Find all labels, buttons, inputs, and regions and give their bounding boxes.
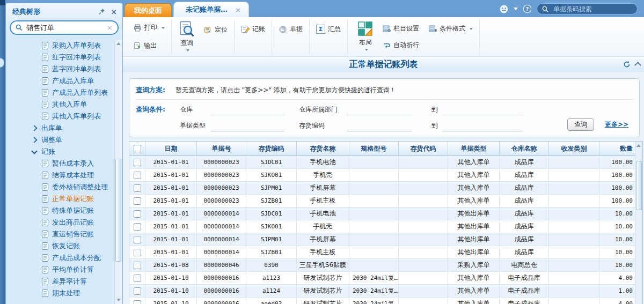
row-checkbox[interactable] [134,210,141,218]
warehouse-dept-input[interactable] [347,104,412,115]
tree-item[interactable]: 平均单价计算 [6,264,114,276]
table-row[interactable]: 2015-01-01 0000000023 SJPM01 手机屏幕 其他入库单 … [129,182,642,195]
tree-item[interactable]: 蓝字回冲单列表 [6,63,114,75]
tree-item[interactable]: 其他入库单 [6,99,114,110]
search-clear-icon[interactable]: × [107,24,113,32]
column-header-date[interactable]: 日期 [145,142,197,155]
print-button[interactable]: 打印 [132,22,166,33]
tab-my-desktop[interactable]: 我的桌面 [125,3,172,17]
row-checkbox[interactable] [134,236,141,243]
sidebar-search-box[interactable]: 销售订单 × [10,20,119,35]
query-button[interactable]: 查询 [177,20,197,52]
table-row[interactable]: 2015-01-08 0000000046 0390 三星手机S6贴膜 采购入库… [129,259,642,272]
post-button[interactable]: 记账 [239,24,267,35]
conditional-format-caret[interactable] [470,28,473,30]
summary-button[interactable]: Σ 汇总 [314,24,342,35]
select-all-checkbox[interactable] [134,145,141,152]
tree-item[interactable]: 发出商品记账 [6,217,114,228]
tree-item[interactable]: 结算成本处理 [6,169,114,181]
tree-item[interactable]: 产成品成本分配 [6,252,114,264]
tree-item[interactable]: 直运销售记账 [6,228,114,240]
tree-item[interactable]: 产成品入库单 [6,75,114,87]
query-dropdown-caret[interactable] [186,49,189,51]
tree-item[interactable]: 暂估成本录入 [6,158,114,169]
warehouse-input[interactable] [211,104,284,115]
row-checkbox[interactable] [134,172,141,179]
help-icon[interactable]: ? [523,4,532,13]
column-header-doctype[interactable]: 单据类型 [448,142,500,155]
scroll-up-arrow[interactable] [116,42,121,45]
row-checkbox[interactable] [134,262,141,269]
scrollbar-thumb[interactable] [636,161,642,210]
table-row[interactable]: 2015-01-10 0000000016 aqed03 研发试制芯片 2030… [129,298,642,304]
table-row[interactable]: 2015-01-01 0000000023 SJZB01 手机主板 其他入库单 … [129,195,642,207]
refresh-icon[interactable] [623,61,631,68]
tree-item[interactable]: 期末处理 [6,287,114,299]
column-header-category[interactable]: 收发类别 [549,142,599,155]
column-header-warehouse[interactable]: 仓库名称 [500,142,549,155]
table-row[interactable]: 2015-01-01 0000000014 SJKO01 手机壳 其他出库单 成… [129,220,642,233]
table-row[interactable]: 2015-01-01 0000000014 SJZB01 手机主板 其他出库单 … [129,246,642,259]
row-checkbox[interactable] [134,275,141,282]
row-checkbox[interactable] [134,184,141,192]
row-checkbox[interactable] [134,197,141,205]
table-row[interactable]: 2015-01-10 0000000016 a1124 研发试制芯片 2030 … [129,285,642,298]
barcode-search-box[interactable] [537,3,638,14]
column-header-invname[interactable]: 存货名称 [297,142,349,155]
column-settings-button[interactable]: 栏目设置 [381,23,421,34]
tree-item[interactable]: 调整单 [6,134,114,146]
layout-button[interactable]: 布局 [355,20,376,51]
tree-item[interactable]: 记账 [6,146,114,158]
tab-unposted-documents[interactable]: 未记账单据… × [173,2,249,17]
sidebar-search-value[interactable]: 销售订单 [26,23,103,33]
inventory-code-input[interactable] [347,120,412,131]
scroll-up-arrow[interactable] [636,144,641,147]
tree-item[interactable]: 特殊单据记账 [6,205,114,217]
table-row[interactable]: 2015-01-01 0000000014 SJDC01 手机电池 其他出库单 … [129,207,642,220]
row-checkbox[interactable] [134,159,141,166]
pin-icon[interactable] [99,8,105,15]
row-checkbox[interactable] [134,223,141,231]
locate-button[interactable]: 定位 [202,24,229,35]
tree-item[interactable]: 出库单 [6,122,114,134]
sidebar-scrollbar[interactable] [114,40,122,304]
barcode-search-input[interactable] [552,5,632,13]
tree-item[interactable]: 红字回冲单列表 [6,51,114,63]
grid-scrollbar[interactable] [635,142,642,304]
tree-item[interactable]: 采购入库单列表 [6,40,114,51]
print-dropdown-caret[interactable] [162,27,165,29]
inventory-code-to-input[interactable] [442,120,523,131]
document-button[interactable]: 单据 [277,24,304,35]
more-link[interactable]: 更多>> [605,120,628,129]
tree-item[interactable]: 恢复记账 [6,240,114,252]
table-row[interactable]: 2015-01-10 0000000016 a1123 研发试制芯片 2030 … [129,272,642,285]
row-checkbox[interactable] [134,249,141,256]
column-header-qty[interactable]: 数量 [599,142,636,155]
column-header-invcode[interactable]: 存货编码 [246,142,297,155]
tree-item[interactable]: 委外核销调整处理 [6,181,114,193]
tree-item[interactable]: 其他入库单列表 [6,110,114,122]
layout-dropdown-caret[interactable] [365,49,368,51]
user-menu-caret[interactable] [514,8,518,10]
tab-close-icon[interactable]: × [235,6,241,14]
table-row[interactable]: 2015-01-01 0000000023 SJDC01 手机电池 其他入库单 … [129,156,642,169]
column-header-invagent[interactable]: 存货代码 [399,142,448,155]
row-checkbox[interactable] [134,287,141,295]
word-wrap-button[interactable]: 自动折行 [381,40,421,51]
column-header-docno[interactable]: 单据号 [197,142,246,155]
collapse-panel-icon[interactable] [634,62,641,69]
table-row[interactable]: 2015-01-01 0000000014 SJPM01 手机屏幕 其他出库单 … [129,233,642,246]
tree-item[interactable]: 差异率计算 [6,276,114,287]
table-row[interactable]: 2015-01-01 0000000023 SJKO01 手机壳 其他入库单 成… [129,169,642,182]
query-submit-button[interactable]: 查询 [567,118,594,131]
scroll-down-arrow[interactable] [116,299,121,301]
export-button[interactable]: 输出 [132,40,166,51]
warehouse-dept-to-input[interactable] [442,104,523,115]
tree-item[interactable]: 产成品入库单列表 [6,87,114,99]
doc-type-input[interactable] [211,120,284,131]
row-checkbox[interactable] [134,300,141,304]
scrollbar-thumb[interactable] [115,159,121,262]
tree-item[interactable]: 正常单据记账 [6,193,114,205]
conditional-format-button[interactable]: If 条件格式 [427,23,474,34]
column-header-spec[interactable]: 规格型号 [349,142,399,155]
